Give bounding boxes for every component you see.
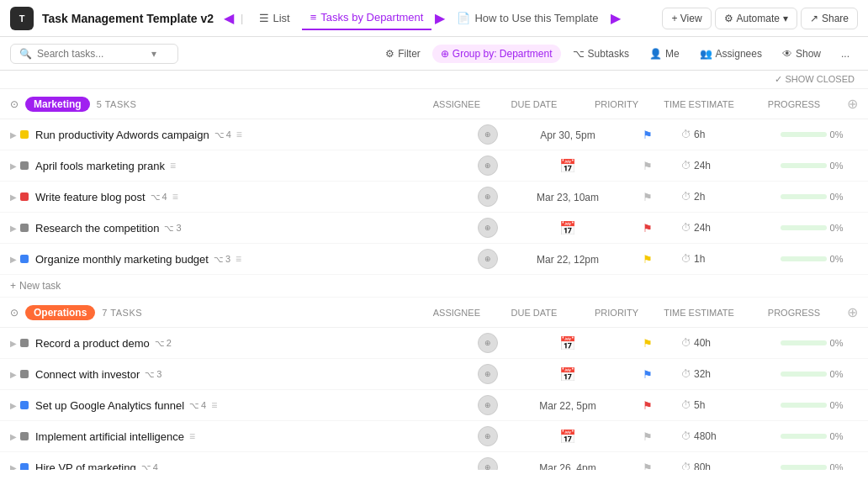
group-badge-marketing: Marketing xyxy=(25,97,90,112)
col-progress-header: PROGRESS xyxy=(748,308,840,318)
priority-cell[interactable]: ⚑ xyxy=(614,191,681,203)
flag-blue-icon: ⚑ xyxy=(643,129,653,141)
priority-cell[interactable]: ⚑ xyxy=(614,430,681,443)
table-row: ▶ Record a product demo ⌥2 ⊕ 📅 ⚑ ⏱40h xyxy=(0,328,868,359)
task-expand-0-2[interactable]: ▶ xyxy=(10,192,17,202)
due-date-cell: Mar 23, 10am xyxy=(521,191,614,203)
assignee-cell: ⊕ xyxy=(454,364,521,384)
priority-cell[interactable]: ⚑ xyxy=(614,222,681,235)
col-timeest-header: TIME ESTIMATE xyxy=(657,99,741,109)
task-expand-0-0[interactable]: ▶ xyxy=(10,130,17,140)
task-expand-1-2[interactable]: ▶ xyxy=(10,401,17,410)
tab-list[interactable]: ☰ List xyxy=(251,7,299,29)
task-expand-1-0[interactable]: ▶ xyxy=(10,339,17,348)
group-header-operations: ⊙ Operations 7 TASKS ASSIGNEE DUE DATE P… xyxy=(0,298,868,328)
task-name-text[interactable]: Write feature blog post xyxy=(35,191,146,203)
task-name-text[interactable]: Set up Google Analytics funnel xyxy=(35,399,184,412)
nav-forward-arrow[interactable]: ▶ xyxy=(435,10,445,26)
avatar[interactable]: ⊕ xyxy=(478,426,498,446)
task-name-text[interactable]: April fools marketing prank xyxy=(35,160,165,172)
search-input[interactable] xyxy=(37,48,146,60)
progress-cell: 0% xyxy=(765,369,858,379)
dept-icon: ≡ xyxy=(310,11,317,24)
progress-percent: 0% xyxy=(830,338,844,348)
show-icon: 👁 xyxy=(782,48,792,60)
priority-cell[interactable]: ⚑ xyxy=(614,461,681,471)
task-list-icon: ≡ xyxy=(170,160,176,171)
avatar[interactable]: ⊕ xyxy=(478,187,498,207)
assignees-button[interactable]: 👥 Assignees xyxy=(691,45,770,63)
task-name-text[interactable]: Run productivity Adwords campaign xyxy=(35,129,209,141)
nav-back-arrow[interactable]: ◀ xyxy=(224,10,234,26)
priority-cell[interactable]: ⚑ xyxy=(614,368,681,381)
list-icon: ☰ xyxy=(259,12,269,24)
me-button[interactable]: 👤 Me xyxy=(641,45,688,63)
progress-cell: 0% xyxy=(765,161,858,171)
tab-tasks-by-department[interactable]: ≡ Tasks by Department xyxy=(302,6,432,30)
show-closed-toggle[interactable]: ✓ SHOW CLOSED xyxy=(775,74,855,85)
task-expand-0-1[interactable]: ▶ xyxy=(10,161,17,171)
subtasks-button[interactable]: ⌥ Subtasks xyxy=(564,45,638,63)
avatar[interactable]: ⊕ xyxy=(478,249,498,269)
group-by-button[interactable]: ⊕ Group by: Department xyxy=(432,45,561,63)
time-estimate-value: ⏱2h xyxy=(681,191,765,203)
group-add-button-operations[interactable]: ⊕ xyxy=(847,304,858,320)
more-button[interactable]: ... xyxy=(833,45,858,63)
group-add-button-marketing[interactable]: ⊕ xyxy=(847,96,858,112)
progress-percent: 0% xyxy=(830,161,844,171)
task-expand-1-4[interactable]: ▶ xyxy=(10,463,17,471)
table-row: ▶ Connect with investor ⌥3 ⊕ 📅 ⚑ ⏱32h xyxy=(0,359,868,390)
task-expand-1-3[interactable]: ▶ xyxy=(10,432,17,441)
avatar[interactable]: ⊕ xyxy=(478,124,498,145)
search-icon: 🔍 xyxy=(19,48,32,60)
flag-gray-icon: ⚑ xyxy=(643,191,653,203)
due-date-cell: 📅 xyxy=(521,158,614,174)
task-expand-0-4[interactable]: ▶ xyxy=(10,255,17,264)
group-toggle-marketing[interactable]: ⊙ xyxy=(10,98,19,110)
priority-cell[interactable]: ⚑ xyxy=(614,337,681,350)
progress-bar xyxy=(781,434,827,439)
avatar[interactable]: ⊕ xyxy=(478,218,498,238)
progress-bar xyxy=(781,340,827,345)
automate-button[interactable]: ⚙ Automate ▾ xyxy=(715,8,797,29)
avatar[interactable]: ⊕ xyxy=(478,156,498,176)
priority-cell[interactable]: ⚑ xyxy=(614,129,681,141)
task-list-icon: ≡ xyxy=(172,191,178,203)
progress-percent: 0% xyxy=(830,192,844,202)
task-name-text[interactable]: Implement artificial intelligence xyxy=(35,430,184,443)
automate-icon: ⚙ xyxy=(724,13,733,24)
task-name-text[interactable]: Organize monthly marketing budget xyxy=(35,253,209,266)
avatar[interactable]: ⊕ xyxy=(478,395,498,415)
subtask-count: ⌥4 xyxy=(151,192,167,202)
due-date-cell: 📅 xyxy=(521,366,614,382)
task-list-icon: ≡ xyxy=(236,129,242,140)
group-toggle-operations[interactable]: ⊙ xyxy=(10,307,19,319)
subtask-count: ⌥4 xyxy=(214,129,231,140)
task-expand-1-1[interactable]: ▶ xyxy=(10,370,17,379)
task-name-text[interactable]: Hire VP of marketing xyxy=(35,461,136,471)
task-name-text[interactable]: Record a product demo xyxy=(35,337,150,350)
filter-button[interactable]: ⚙ Filter xyxy=(377,45,429,63)
show-button[interactable]: 👁 Show xyxy=(774,45,829,63)
how-to-arrow[interactable]: ▶ xyxy=(611,10,621,26)
time-estimate-value: ⏱5h xyxy=(681,399,765,411)
share-button[interactable]: ↗ Share xyxy=(801,8,858,29)
top-nav: T Task Management Template v2 ◀ | ☰ List… xyxy=(0,0,868,37)
priority-cell[interactable]: ⚑ xyxy=(614,399,681,412)
progress-bar-wrap: 0% xyxy=(765,369,858,379)
view-button[interactable]: + View xyxy=(662,8,711,29)
tab-how-to[interactable]: 📄 How to Use this Template xyxy=(448,7,606,29)
due-date-cell: 📅 xyxy=(521,335,614,351)
new-task-button-marketing[interactable]: +New task xyxy=(0,275,868,298)
search-box[interactable]: 🔍 ▾ xyxy=(10,44,178,64)
task-expand-0-3[interactable]: ▶ xyxy=(10,224,17,233)
avatar[interactable]: ⊕ xyxy=(478,333,498,353)
avatar[interactable]: ⊕ xyxy=(478,364,498,384)
task-name-text[interactable]: Research the competition xyxy=(35,222,159,235)
subtask-count: ⌥3 xyxy=(145,369,161,379)
priority-cell[interactable]: ⚑ xyxy=(614,160,681,172)
subtask-count: ⌥3 xyxy=(214,254,230,264)
task-name-text[interactable]: Connect with investor xyxy=(35,368,140,381)
priority-cell[interactable]: ⚑ xyxy=(614,253,681,266)
avatar[interactable]: ⊕ xyxy=(478,457,498,470)
